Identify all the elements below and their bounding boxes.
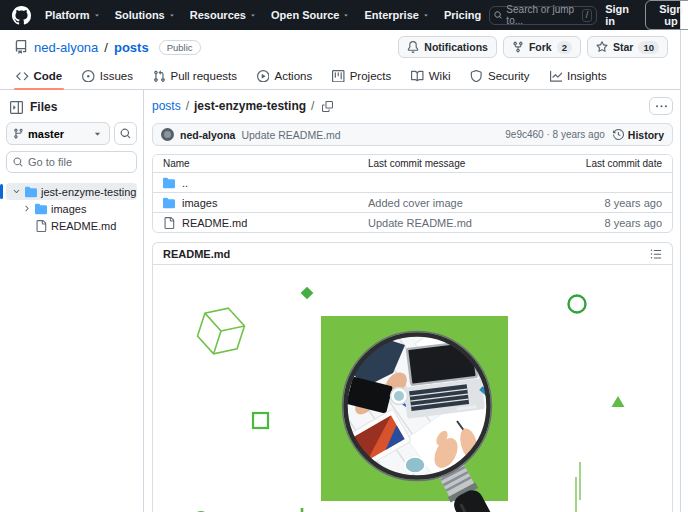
- star-icon: [596, 41, 608, 53]
- breadcrumb-root-link[interactable]: posts: [152, 99, 181, 113]
- readme-header: README.md: [153, 243, 672, 265]
- commit-message-cell[interactable]: Update README.md: [368, 217, 562, 229]
- chevron-down-icon: [422, 11, 430, 19]
- shield-icon: [470, 70, 483, 83]
- project-icon: [332, 70, 345, 83]
- nav-item-open-source[interactable]: Open Source: [271, 9, 350, 21]
- nav-item-enterprise[interactable]: Enterprise: [364, 9, 429, 21]
- github-logo-icon[interactable]: [12, 6, 31, 25]
- tab-actions[interactable]: Actions: [249, 70, 320, 90]
- fork-button[interactable]: Fork 2: [503, 36, 581, 58]
- chevron-down-icon: [92, 128, 103, 139]
- tab-label: Insights: [567, 70, 607, 82]
- nav-item-resources[interactable]: Resources: [190, 9, 257, 21]
- breadcrumb-current: jest-enzyme-testing: [194, 99, 306, 113]
- commit-message-cell[interactable]: Added cover image: [368, 197, 562, 209]
- tab-security[interactable]: Security: [462, 70, 537, 90]
- star-button[interactable]: Star 10: [587, 36, 668, 58]
- avatar[interactable]: [161, 128, 174, 141]
- repo-owner-link[interactable]: ned-alyona: [34, 40, 98, 55]
- history-icon: [613, 129, 624, 140]
- tree-item-label: README.md: [51, 220, 116, 232]
- chevron-right-icon: [22, 204, 31, 213]
- search-icon: [494, 10, 502, 20]
- tab-issues[interactable]: Issues: [74, 70, 141, 90]
- tree-item-readme[interactable]: README.md: [6, 217, 137, 234]
- bell-icon: [407, 41, 419, 53]
- readme-cover-image: [153, 265, 672, 512]
- repo-header: ned-alyona / posts Public Notifications …: [0, 30, 680, 62]
- nav-item-solutions[interactable]: Solutions: [115, 9, 176, 21]
- file-link[interactable]: README.md: [182, 217, 247, 229]
- commit-hash[interactable]: 9e9c460: [505, 129, 543, 140]
- decor-lines-icon: [576, 462, 580, 512]
- fork-icon: [512, 41, 524, 53]
- tab-code[interactable]: Code: [8, 70, 70, 90]
- primary-nav: Platform Solutions Resources Open Source…: [45, 9, 481, 21]
- repo-separator: /: [104, 40, 108, 55]
- search-branches-button[interactable]: [114, 122, 137, 145]
- collapse-sidebar-icon[interactable]: [10, 101, 23, 114]
- file-link[interactable]: images: [182, 197, 217, 209]
- nav-item-label: Pricing: [444, 9, 481, 21]
- nav-item-label: Open Source: [271, 9, 339, 21]
- graph-icon: [550, 70, 563, 83]
- nav-item-label: Solutions: [115, 9, 165, 21]
- commit-author-link[interactable]: ned-alyona: [180, 129, 235, 141]
- branch-row: master: [6, 122, 137, 145]
- search-icon: [120, 128, 131, 139]
- sign-in-link[interactable]: Sign in: [605, 3, 637, 27]
- tree-item-label: images: [51, 203, 86, 215]
- table-row-parent-dir[interactable]: ..: [153, 172, 672, 192]
- fork-label: Fork: [529, 41, 552, 53]
- global-search-input[interactable]: Search or jump to... /: [489, 6, 597, 25]
- repo-tabbar: Code Issues Pull requests Actions Projec…: [0, 62, 680, 90]
- slash-key-hint: /: [582, 9, 593, 22]
- notifications-button[interactable]: Notifications: [398, 36, 497, 58]
- dot-separator: ·: [546, 129, 549, 140]
- folder-icon: [35, 203, 47, 215]
- main-panel: posts / jest-enzyme-testing / ned-alyona…: [144, 90, 680, 512]
- tab-insights[interactable]: Insights: [542, 70, 615, 90]
- tab-projects[interactable]: Projects: [324, 70, 399, 90]
- chevron-down-icon: [249, 11, 257, 19]
- chevron-down-icon: [12, 187, 21, 196]
- nav-item-platform[interactable]: Platform: [45, 9, 101, 21]
- commit-message-link[interactable]: Update README.md: [241, 129, 340, 141]
- commit-time: 8 years ago: [553, 129, 605, 140]
- tree-item-jest-enzyme-testing[interactable]: jest-enzyme-testing: [6, 183, 137, 200]
- kebab-horizontal-icon: [656, 101, 667, 112]
- column-header-message: Last commit message: [368, 158, 562, 169]
- more-options-button[interactable]: [649, 97, 673, 115]
- repo-actions: Notifications Fork 2 Star 10: [398, 36, 668, 58]
- commit-date-cell: 8 years ago: [562, 197, 662, 209]
- tab-pull-requests[interactable]: Pull requests: [145, 70, 245, 90]
- file-tree: jest-enzyme-testing images README.md: [6, 183, 137, 234]
- file-link[interactable]: ..: [182, 177, 188, 189]
- decor-plus-icon: [295, 508, 309, 512]
- copy-path-icon[interactable]: [322, 101, 333, 112]
- tab-label: Issues: [100, 70, 133, 82]
- decor-triangle-icon: [612, 396, 625, 407]
- table-row-images[interactable]: images Added cover image 8 years ago: [153, 192, 672, 212]
- github-page: Platform Solutions Resources Open Source…: [0, 0, 681, 512]
- readme-body: [153, 265, 672, 512]
- table-row-readme[interactable]: README.md Update README.md 8 years ago: [153, 212, 672, 232]
- sign-up-button[interactable]: Sign up: [645, 0, 688, 30]
- history-label: History: [628, 129, 664, 141]
- commit-meta: 9e9c460 · 8 years ago History: [505, 129, 664, 141]
- branch-name: master: [28, 128, 64, 140]
- tab-label: Security: [488, 70, 530, 82]
- navbar-right: Search or jump to... / Sign in Sign up: [489, 0, 688, 30]
- tab-wiki[interactable]: Wiki: [403, 70, 458, 90]
- go-to-file-input[interactable]: Go to file: [6, 151, 137, 173]
- commit-hash-and-time[interactable]: 9e9c460 · 8 years ago: [505, 129, 605, 140]
- tree-item-images[interactable]: images: [6, 200, 137, 217]
- content-area: Files master Go to file: [0, 90, 680, 512]
- outline-list-icon[interactable]: [650, 248, 662, 260]
- repo-name-link[interactable]: posts: [114, 40, 149, 55]
- history-link[interactable]: History: [613, 129, 664, 141]
- branch-selector[interactable]: master: [6, 122, 110, 145]
- nav-item-pricing[interactable]: Pricing: [444, 9, 481, 21]
- readme-title: README.md: [163, 248, 230, 260]
